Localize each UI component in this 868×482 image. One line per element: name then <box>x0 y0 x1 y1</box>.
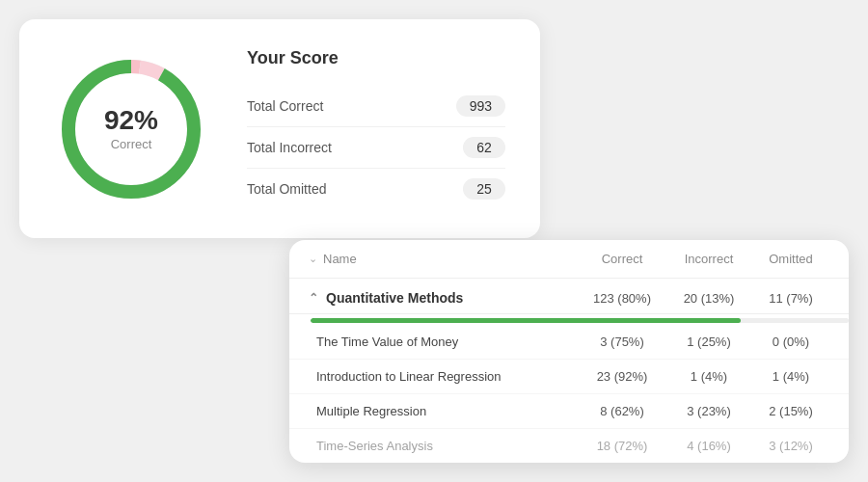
omitted-col-header: Omitted <box>752 252 829 266</box>
sub-row-3-name: Multiple Regression <box>309 404 579 418</box>
score-title: Your Score <box>247 48 505 68</box>
incorrect-col-header: Incorrect <box>665 252 752 266</box>
correct-col-header: Correct <box>579 252 665 266</box>
donut-chart: 92% Correct <box>54 52 208 206</box>
score-card: 92% Correct Your Score Total Correct 993… <box>19 19 540 238</box>
correct-row-value: 993 <box>456 95 505 117</box>
correct-label: Correct <box>104 137 158 151</box>
sub-row-1-incorrect: 1 (25%) <box>665 335 752 349</box>
score-row-correct: Total Correct 993 <box>247 86 505 127</box>
section-name-label: Quantitative Methods <box>326 290 463 306</box>
section-name: ⌃ Quantitative Methods <box>309 290 579 306</box>
omitted-row-value: 25 <box>463 178 505 200</box>
sub-row-4-incorrect: 4 (16%) <box>665 439 752 453</box>
sub-row-4-correct: 18 (72%) <box>579 439 665 453</box>
sub-row-2-omitted: 1 (4%) <box>752 369 829 384</box>
sub-row-3-correct: 8 (62%) <box>579 404 665 418</box>
sub-row-3-omitted: 2 (15%) <box>752 404 829 418</box>
progress-bar-fill <box>311 318 741 323</box>
sub-row-2: Introduction to Linear Regression 23 (92… <box>289 360 849 394</box>
sub-row-2-correct: 23 (92%) <box>579 369 665 384</box>
section-correct: 123 (80%) <box>579 291 665 306</box>
section-incorrect: 20 (13%) <box>665 291 752 306</box>
section-collapse-icon[interactable]: ⌃ <box>309 291 318 305</box>
percent-value: 92% <box>104 106 158 136</box>
sub-row-3-incorrect: 3 (23%) <box>665 404 752 418</box>
score-row-omitted: Total Omitted 25 <box>247 169 505 209</box>
score-details: Your Score Total Correct 993 Total Incor… <box>247 48 505 209</box>
incorrect-row-label: Total Incorrect <box>247 140 332 155</box>
score-row-incorrect: Total Incorrect 62 <box>247 127 505 169</box>
section-progress-bar <box>311 318 849 323</box>
sort-icon[interactable]: ⌄ <box>309 253 317 265</box>
correct-row-label: Total Correct <box>247 98 323 114</box>
name-col-header: Name <box>323 252 357 266</box>
table-header-name: ⌄ Name <box>309 252 579 266</box>
sub-row-1-omitted: 0 (0%) <box>752 335 829 349</box>
sub-row-4-name: Time-Series Analysis <box>309 439 579 453</box>
omitted-row-label: Total Omitted <box>247 181 326 197</box>
section-row: ⌃ Quantitative Methods 123 (80%) 20 (13%… <box>289 279 849 314</box>
section-quantitative: ⌃ Quantitative Methods 123 (80%) 20 (13%… <box>289 279 849 463</box>
table-card: ⌄ Name Correct Incorrect Omitted ⌃ Quant… <box>289 240 849 463</box>
sub-row-2-name: Introduction to Linear Regression <box>309 369 579 384</box>
sub-row-3: Multiple Regression 8 (62%) 3 (23%) 2 (1… <box>289 394 849 429</box>
sub-row-4-omitted: 3 (12%) <box>752 439 829 453</box>
section-omitted: 11 (7%) <box>752 291 829 306</box>
sub-row-2-incorrect: 1 (4%) <box>665 369 752 384</box>
sub-row-1: The Time Value of Money 3 (75%) 1 (25%) … <box>289 325 849 360</box>
sub-row-1-correct: 3 (75%) <box>579 335 665 349</box>
incorrect-row-value: 62 <box>463 137 505 158</box>
table-header: ⌄ Name Correct Incorrect Omitted <box>289 240 849 279</box>
sub-row-1-name: The Time Value of Money <box>309 335 579 349</box>
sub-row-4: Time-Series Analysis 18 (72%) 4 (16%) 3 … <box>289 429 849 463</box>
